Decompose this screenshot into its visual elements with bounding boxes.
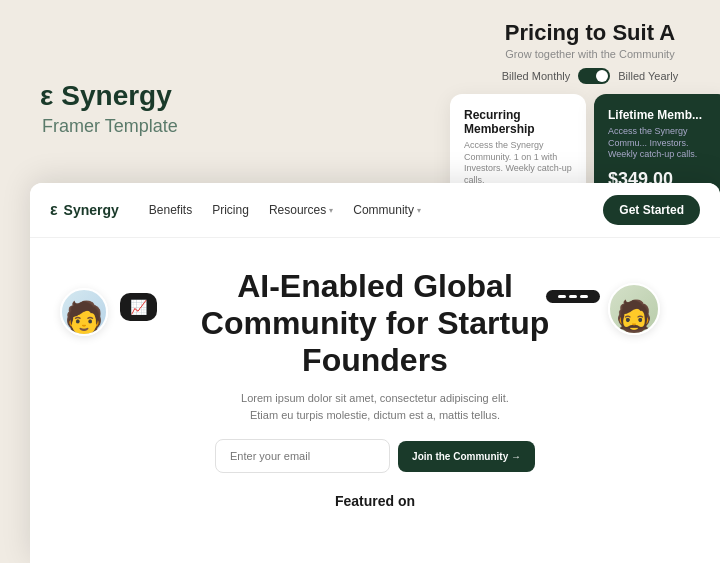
hero-form: Join the Community → (215, 439, 535, 473)
nav-link-pricing[interactable]: Pricing (212, 203, 249, 217)
person-icon: 🧔 (614, 301, 654, 333)
person-icon: 🧑 (64, 302, 104, 334)
chevron-down-icon: ▾ (329, 206, 333, 215)
email-input[interactable] (215, 439, 390, 473)
recurring-card-title: Recurring Membership (464, 108, 572, 136)
nav-logo-text: Synergy (64, 202, 119, 218)
chart-icon: 📈 (130, 299, 147, 315)
brand-logo: ε Synergy (40, 80, 178, 112)
recurring-card-desc: Access the Synergy Community. 1 on 1 wit… (464, 140, 572, 187)
nav-logo-icon: ε (50, 201, 58, 219)
join-community-button[interactable]: Join the Community → (398, 441, 535, 472)
browser-mockup: ε Synergy Benefits Pricing Resources ▾ C… (30, 183, 720, 563)
nav-logo: ε Synergy (50, 201, 119, 219)
lifetime-card-title: Lifetime Memb... (608, 108, 716, 122)
brand-name: Synergy (61, 80, 172, 112)
hero-section: 🧑 📈 🧔 AI-Enabled Global Community for St… (30, 238, 720, 529)
browser-navbar: ε Synergy Benefits Pricing Resources ▾ C… (30, 183, 720, 238)
hero-title: AI-Enabled Global Community for Startup … (165, 268, 585, 378)
avatar-right: 🧔 (608, 283, 660, 335)
message-dot (580, 295, 588, 298)
nav-links: Benefits Pricing Resources ▾ Community ▾ (149, 203, 603, 217)
lifetime-card-desc: Access the Synergy Commu... Investors. W… (608, 126, 716, 161)
toggle-switch[interactable] (578, 68, 610, 84)
billing-toggle[interactable]: Billed Monthly Billed Yearly (450, 68, 720, 84)
nav-link-community[interactable]: Community ▾ (353, 203, 421, 217)
hero-subtitle: Lorem ipsum dolor sit amet, consectetur … (235, 390, 515, 423)
message-dot (569, 295, 577, 298)
pricing-title: Pricing to Suit A (450, 20, 720, 46)
pricing-subtitle: Grow together with the Community (450, 48, 720, 60)
chart-badge: 📈 (120, 293, 157, 321)
brand-icon: ε (40, 80, 53, 112)
brand-section: ε Synergy Framer Template (40, 80, 178, 137)
billing-yearly-label: Billed Yearly (618, 70, 678, 82)
avatar-left: 🧑 (60, 288, 108, 336)
nav-cta-button[interactable]: Get Started (603, 195, 700, 225)
nav-link-benefits[interactable]: Benefits (149, 203, 192, 217)
brand-subtitle: Framer Template (42, 116, 178, 137)
nav-link-resources[interactable]: Resources ▾ (269, 203, 333, 217)
billing-monthly-label: Billed Monthly (502, 70, 570, 82)
message-badge (546, 290, 600, 303)
chevron-down-icon: ▾ (417, 206, 421, 215)
featured-on-label: Featured on (50, 493, 700, 509)
message-dot (558, 295, 566, 298)
